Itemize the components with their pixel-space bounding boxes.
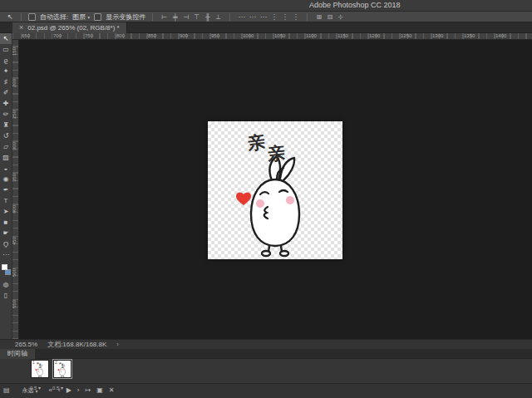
tween-button[interactable]: ↦ — [86, 386, 91, 395]
show-transform-checkbox[interactable] — [94, 13, 101, 21]
ruler-label-h: 900 — [180, 33, 188, 39]
divider — [21, 13, 22, 21]
timeline-frame-2[interactable]: 20.5 ▾ — [52, 360, 72, 393]
type-tool[interactable]: T — [0, 195, 12, 206]
auto-select-label: 自动选择: — [40, 12, 68, 22]
crop-tool[interactable]: ♯ — [0, 76, 12, 87]
ruler-label-v: 550 — [12, 300, 17, 308]
ruler-label-h: 1050 — [274, 33, 285, 39]
eyedropper-tool[interactable]: ✐ — [0, 87, 12, 98]
timeline-tab[interactable]: 时间轴 — [0, 349, 35, 359]
options_distribute: ⋯⋯⋯⋮⋮⋮ — [237, 12, 300, 22]
duplicate-frame-button[interactable]: ▣ — [96, 386, 103, 395]
delete-frame-button[interactable]: ✕ — [109, 386, 115, 395]
blur-tool[interactable]: ◒ — [0, 163, 12, 174]
frame-delay-select[interactable]: 0.5 ▾ — [30, 386, 41, 391]
path-selection-tool[interactable]: ➤ — [0, 206, 12, 217]
move-tool[interactable]: ↖ — [0, 33, 12, 44]
timeline-panel: 时间轴 10.5 ▾20.5 ▾ ▤永远▾«‹▶›↦▣✕ — [0, 349, 532, 398]
ruler-label-v: 200 — [12, 79, 17, 87]
gradient-tool[interactable]: ▨ — [0, 152, 12, 163]
shape-tool[interactable]: ■ — [0, 217, 12, 228]
close-icon[interactable]: × — [19, 24, 23, 32]
ruler-label-h: 1000 — [243, 33, 254, 39]
align-left-icon[interactable]: ⊢ — [160, 12, 169, 22]
clone-stamp-tool[interactable]: ♜ — [0, 120, 12, 130]
foreground-color-swatch[interactable] — [2, 264, 7, 270]
distribute-spacing-icon[interactable]: ⊞ — [314, 12, 323, 22]
distribute-vertical-center-icon[interactable]: ⋯ — [248, 12, 257, 22]
dodge-tool[interactable]: ◉ — [0, 174, 12, 184]
titlebar: Adobe Photoshop CC 2018 — [0, 0, 532, 12]
distribute-bottom-icon[interactable]: ⋯ — [259, 12, 268, 22]
align-center-horizontal-icon[interactable]: ╪ — [170, 12, 180, 22]
align-bottom-icon[interactable]: ⊥ — [214, 12, 223, 22]
healing-brush-tool[interactable]: ✚ — [0, 98, 12, 109]
document-tab[interactable]: × 02.psd @ 265% (02, RGB/8*) * — [12, 22, 127, 33]
chevron-down-icon: ▾ — [87, 14, 90, 20]
zoom-level-field[interactable]: 265.5% — [15, 341, 37, 348]
align-middle-icon[interactable]: ╫ — [203, 12, 212, 22]
ruler-label-h: 850 — [148, 33, 156, 39]
convert-video-timeline-icon[interactable]: ▤ — [3, 386, 10, 395]
canvas-artwork — [208, 121, 342, 259]
eraser-tool[interactable]: ▱ — [0, 141, 12, 152]
distribute-horizontal-center-icon[interactable]: ⋮ — [280, 12, 289, 22]
show-transform-label: 显示变换控件 — [106, 12, 145, 22]
ruler-label-h: 700 — [53, 33, 62, 39]
canvas-viewport — [19, 40, 532, 339]
ruler-label-v: 400 — [12, 205, 17, 214]
status-popup-icon[interactable]: › — [116, 341, 119, 348]
document-size-info[interactable]: 文档:168.8K/168.8K — [47, 340, 106, 349]
brush-tool[interactable]: ✏ — [0, 109, 12, 120]
screen-mode-icon[interactable]: ▯ — [0, 290, 12, 301]
distribute-left-icon[interactable]: ⋮ — [269, 12, 278, 22]
ruler-label-h: 800 — [116, 33, 125, 39]
rectangular-marquee-tool[interactable]: ▭ — [0, 44, 12, 55]
ruler-label-h: 1300 — [432, 33, 443, 39]
ruler-label-v: 500 — [12, 268, 17, 277]
frame-delay-select[interactable]: 0.5 ▾ — [52, 386, 63, 391]
distribute-right-icon[interactable]: ⋮ — [291, 12, 300, 22]
frame-strip: 10.5 ▾20.5 ▾ — [0, 359, 532, 383]
auto-select-target-dropdown[interactable]: 图层 ▾ — [72, 12, 90, 22]
auto-select-checkbox[interactable] — [28, 13, 36, 21]
ruler-label-h: 1200 — [369, 33, 380, 39]
quick-selection-tool[interactable]: ✦ — [0, 66, 12, 76]
align-top-icon[interactable]: ⊤ — [192, 12, 201, 22]
auto-select-target-value: 图层 — [72, 12, 86, 22]
current-tool-icon: ↖ — [6, 13, 14, 21]
divider — [307, 13, 308, 21]
ruler-label-h: 750 — [85, 33, 93, 39]
options_extra: ⊞⊟⊹ — [314, 12, 345, 22]
align-to-selection-icon[interactable]: ⊟ — [325, 12, 334, 22]
ruler-label-h: 1400 — [495, 33, 506, 39]
window-title: Adobe Photoshop CC 2018 — [309, 0, 401, 11]
ruler-label-h: 950 — [211, 33, 219, 39]
ruler-label-h: 650 — [22, 33, 30, 39]
ruler-label-v: 450 — [12, 237, 17, 245]
align-right-icon[interactable]: ⊣ — [181, 12, 190, 22]
frame-thumbnail[interactable]: 1 — [31, 360, 49, 378]
edit-toolbar-icon[interactable]: ⋯ — [0, 249, 12, 260]
document-tab-bar: × 02.psd @ 265% (02, RGB/8*) * — [0, 22, 532, 33]
distribute-top-icon[interactable]: ⋯ — [237, 12, 246, 22]
quick-mask-icon[interactable]: ◍ — [0, 279, 12, 290]
canvas-artboard[interactable] — [208, 121, 342, 259]
timeline-frame-1[interactable]: 10.5 ▾ — [30, 360, 50, 393]
status-bar: 265.5% 文档:168.8K/168.8K › — [0, 339, 532, 349]
frame-thumbnail[interactable]: 2 — [53, 360, 71, 378]
next-frame-button[interactable]: › — [77, 386, 80, 395]
frame-number: 2 — [55, 360, 57, 365]
hand-tool[interactable]: ☛ — [0, 228, 12, 238]
pen-tool[interactable]: ✒ — [0, 184, 12, 195]
options-bar: ↖ 自动选择: 图层 ▾ 显示变换控件 ⊢╪⊣⊤╫⊥ ⋯⋯⋯⋮⋮⋮ ⊞⊟⊹ — [0, 12, 532, 22]
lasso-tool[interactable]: ϱ — [0, 55, 12, 66]
divider — [152, 13, 153, 21]
background-color-swatch[interactable] — [5, 269, 11, 275]
history-brush-tool[interactable]: ↺ — [0, 130, 12, 141]
3d-mode-icon[interactable]: ⊹ — [336, 12, 345, 22]
zoom-tool[interactable]: Ϙ — [0, 238, 12, 249]
ruler-label-v: 300 — [12, 142, 17, 150]
toolbar-bottom: ◍▯ — [0, 279, 12, 301]
